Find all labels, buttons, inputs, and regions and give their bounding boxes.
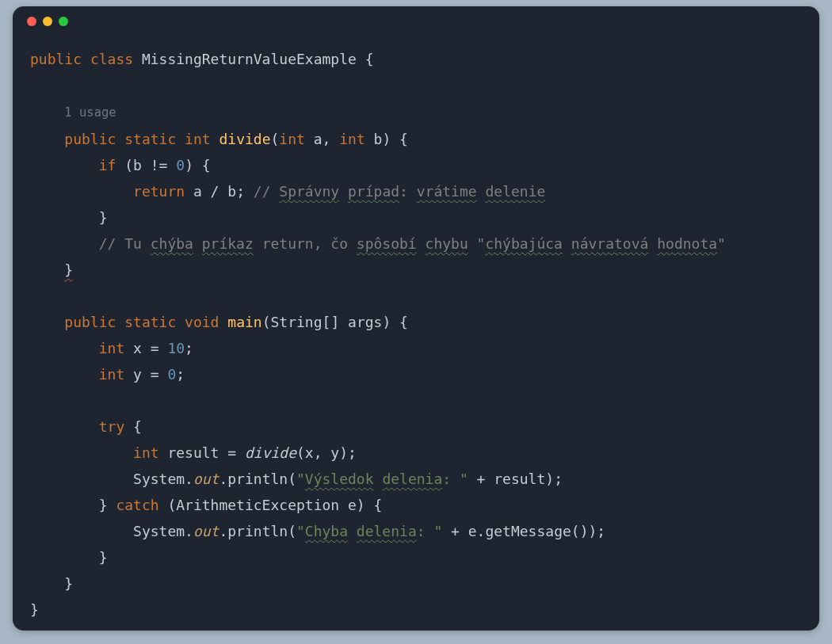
kw-try: try: [99, 418, 125, 435]
kw-return: return: [133, 183, 185, 200]
param-a: a: [314, 131, 322, 147]
comment-1: // Správny prípad: vrátime delenie: [254, 183, 546, 200]
kw-void: void: [185, 314, 219, 330]
ref-system: System: [133, 523, 185, 539]
zoom-icon[interactable]: [59, 17, 68, 26]
minimize-icon[interactable]: [43, 17, 52, 26]
var-e: e: [468, 523, 477, 539]
code-area[interactable]: public class MissingReturnValueExample {…: [13, 36, 819, 631]
ref-out: out: [193, 523, 219, 539]
kw-class: class: [90, 51, 133, 67]
kw-static: static: [124, 131, 176, 147]
err-brace: }: [64, 261, 73, 278]
var-result: result: [494, 471, 545, 487]
class-name: MissingReturnValueExample: [142, 51, 357, 67]
var-e: e: [348, 497, 357, 513]
num-0: 0: [167, 366, 176, 383]
kw-catch: catch: [116, 497, 158, 513]
kw-int: int: [99, 340, 125, 356]
usage-hint[interactable]: 1 usage: [64, 105, 116, 120]
call-getmessage: getMessage: [485, 523, 571, 539]
kw-if: if: [99, 157, 116, 173]
editor-window: public class MissingReturnValueExample {…: [13, 6, 819, 631]
ref-out: out: [193, 471, 219, 487]
type-string: String: [271, 314, 322, 330]
var-b: b: [227, 183, 236, 200]
kw-static: static: [124, 314, 176, 330]
call-println: println: [227, 523, 288, 539]
param-b: b: [374, 131, 383, 147]
arg-x: x: [305, 444, 314, 461]
param-args: args: [348, 314, 382, 330]
num-0: 0: [176, 157, 185, 173]
arg-y: y: [330, 444, 339, 461]
var-result: result: [167, 444, 219, 461]
string-1: "Výsledok delenia: ": [296, 471, 468, 487]
kw-public: public: [64, 314, 116, 330]
var-a: a: [193, 183, 202, 200]
var-y: y: [133, 366, 142, 383]
kw-int: int: [99, 366, 125, 383]
ref-system: System: [133, 471, 185, 487]
kw-public: public: [64, 131, 116, 147]
fn-main: main: [227, 314, 261, 330]
comment-2: // Tu chýba príkaz return, čo spôsobí ch…: [99, 235, 726, 252]
var-x: x: [133, 340, 142, 356]
close-icon[interactable]: [27, 17, 36, 26]
window-titlebar: [13, 6, 819, 36]
var-b: b: [133, 157, 142, 173]
kw-int: int: [133, 444, 159, 461]
kw-int: int: [339, 131, 365, 147]
call-println: println: [227, 471, 288, 487]
string-2: "Chyba delenia: ": [296, 523, 442, 539]
num-10: 10: [167, 340, 185, 356]
call-divide: divide: [245, 444, 296, 461]
kw-int: int: [279, 131, 305, 147]
kw-int: int: [185, 131, 211, 147]
fn-divide: divide: [219, 131, 270, 147]
type-arith: ArithmeticException: [176, 497, 339, 513]
kw-public: public: [30, 51, 82, 67]
